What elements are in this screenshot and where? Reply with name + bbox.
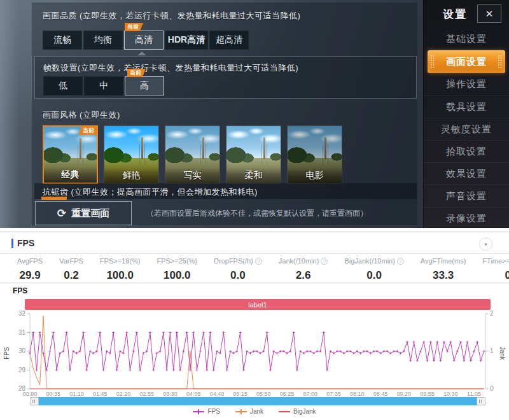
quality-option-balanced[interactable]: 均衡 (83, 31, 123, 50)
sidebar-item-effects[interactable]: 效果设置 (424, 162, 509, 185)
style-option-classic[interactable]: 当前 经典 (43, 125, 98, 184)
legend-marker-jank (235, 411, 247, 412)
sidebar-menu: 基础设置 画面设置 操作设置 载具设置 灵敏度设置 拾取设置 效果设置 声音设置… (424, 28, 509, 228)
svg-text:10:30: 10:30 (443, 391, 458, 397)
divider (0, 231, 509, 232)
svg-text:07:00: 07:00 (303, 391, 318, 397)
svg-text:07:35: 07:35 (326, 391, 341, 397)
sidebar-item-sensitivity[interactable]: 灵敏度设置 (424, 118, 509, 140)
stat-bigjank: BigJank(/10min)?0.0 (336, 257, 412, 282)
info-icon[interactable]: ? (321, 258, 328, 265)
legend-item-fps[interactable]: FPS (193, 408, 220, 415)
svg-text:1: 1 (490, 347, 494, 354)
svg-text:02:55: 02:55 (139, 391, 154, 397)
svg-text:01:45: 01:45 (93, 391, 108, 397)
quality-section-label: 画面品质 (立即生效，若运行卡顿、发热量和耗电量过大可适当降低) (43, 10, 300, 22)
sidebar-item-vehicle[interactable]: 载具设置 (424, 95, 509, 118)
settings-sidebar: 设置 ✕ 基础设置 画面设置 操作设置 载具设置 灵敏度设置 拾取设置 效果设置… (423, 0, 509, 228)
chart-legend: FPS Jank BigJank (0, 408, 509, 415)
current-tag-antialias-cropped (41, 197, 67, 200)
legend-marker-fps (193, 411, 204, 412)
sidebar-item-graphics[interactable]: 画面设置 (428, 50, 505, 73)
sidebar-item-basic[interactable]: 基础设置 (424, 28, 509, 50)
collapse-button[interactable]: ▾ (479, 237, 492, 251)
svg-text:31: 31 (18, 329, 26, 336)
style-options: 当前 经典 鲜艳 写实 柔和 电影 (43, 125, 342, 184)
settings-title: 设置 (443, 7, 467, 22)
svg-text:30: 30 (18, 347, 26, 354)
framerate-options: 低 中 高 (43, 76, 164, 95)
stat-varfps: VarFPS?0.2 (51, 257, 92, 282)
close-icon: ✕ (485, 8, 494, 20)
svg-text:01:10: 01:10 (69, 391, 84, 397)
svg-text:06:25: 06:25 (280, 391, 295, 397)
svg-text:00:00: 00:00 (23, 391, 38, 397)
svg-text:05:50: 05:50 (256, 391, 271, 397)
svg-text:09:55: 09:55 (420, 391, 435, 397)
sidebar-item-audio[interactable]: 声音设置 (424, 185, 509, 207)
svg-text:04:40: 04:40 (210, 391, 225, 397)
style-option-realistic[interactable]: 写实 (165, 125, 220, 184)
framerate-option-mid[interactable]: 中 (84, 76, 123, 95)
reset-icon: ⟳ (57, 207, 66, 220)
current-tag-framerate: 当前 (127, 69, 146, 77)
style-option-movie[interactable]: 电影 (287, 125, 342, 184)
stat-jank: Jank(/10min)?2.6 (270, 257, 337, 282)
sidebar-item-controls[interactable]: 操作设置 (424, 73, 509, 95)
stat-ftime100: FTime>=100ms(%)?0.0 (474, 257, 509, 282)
svg-text:0: 0 (490, 385, 494, 392)
svg-text:04:05: 04:05 (186, 391, 201, 397)
screen: 画面品质 (立即生效，若运行卡顿、发热量和耗电量过大可适当降低) 当前 流畅 均… (0, 0, 509, 420)
sidebar-header: 设置 ✕ (424, 0, 509, 28)
fps-panel-title: FPS (17, 238, 34, 248)
info-icon[interactable]: ? (397, 258, 404, 265)
framerate-section-label: 帧数设置(立即生效，若运行卡顿、发热量和耗电量过大可适当降低) (43, 62, 298, 74)
stat-fps18: FPS>=18(%)?100.0 (92, 257, 149, 282)
quality-option-ultra-hd[interactable]: 超高清 (209, 31, 249, 50)
framerate-option-low[interactable]: 低 (43, 76, 83, 95)
caret-up-icon (137, 52, 146, 55)
close-button[interactable]: ✕ (477, 4, 501, 23)
stat-dropfps: DropFPS(/h)?0.0 (206, 257, 270, 282)
style-option-label: 鲜艳 (104, 168, 158, 183)
stat-fps25: FPS>=25(%)?100.0 (148, 257, 206, 282)
style-section-label: 画面风格 (立即生效) (43, 109, 120, 121)
quality-option-smooth[interactable]: 流畅 (43, 31, 82, 50)
svg-text:05:15: 05:15 (233, 391, 248, 397)
style-option-label: 柔和 (227, 168, 281, 183)
svg-text:03:30: 03:30 (163, 391, 178, 397)
sidebar-item-pickup[interactable]: 拾取设置 (424, 140, 509, 162)
fps-panel: FPS ▾ AvgFPS?29.9 VarFPS?0.2 FPS>=18(%)?… (0, 228, 509, 420)
style-option-label: 写实 (165, 168, 220, 183)
style-option-vivid[interactable]: 鲜艳 (104, 125, 159, 184)
framerate-option-high[interactable]: 高 (125, 76, 164, 95)
svg-text:09:20: 09:20 (397, 391, 412, 397)
style-option-label: 经典 (44, 167, 97, 183)
svg-text:Jank: Jank (499, 346, 506, 360)
current-tag-quality: 当前 (125, 23, 143, 31)
legend-item-jank[interactable]: Jank (235, 408, 263, 415)
chevron-down-icon: ▾ (484, 241, 487, 248)
quality-options: 流畅 均衡 高清 HDR高清 超高清 (43, 31, 249, 50)
scrollbar-handle-right[interactable] (477, 397, 485, 405)
fps-chart: FPS label1 3231302928210FPSJank00:0000:3… (0, 283, 509, 420)
svg-text:29: 29 (18, 367, 26, 374)
reset-graphics-button[interactable]: ⟳ 重置画面 (35, 201, 132, 225)
svg-text:FPS: FPS (3, 347, 10, 360)
chart-scrollbar[interactable] (30, 397, 485, 405)
svg-text:08:45: 08:45 (373, 391, 388, 397)
accent-bar (11, 239, 13, 248)
stat-avgfps: AvgFPS?29.9 (9, 257, 51, 282)
quality-option-hd[interactable]: 高清 (124, 31, 164, 50)
stat-avgftime: AvgFTime(ms)?33.3 (412, 257, 475, 282)
reset-button-label: 重置画面 (71, 207, 109, 220)
style-option-soft[interactable]: 柔和 (226, 125, 281, 184)
quality-option-hdr-hd[interactable]: HDR高清 (165, 31, 208, 50)
chart-plot-area: 3231302928210FPSJank00:0000:3501:1001:45… (0, 309, 509, 398)
legend-item-bigjank[interactable]: BigJank (279, 408, 316, 415)
info-icon[interactable]: ? (255, 258, 262, 265)
scrollbar-handle-left[interactable] (30, 397, 39, 405)
sidebar-item-recording[interactable]: 录像设置 (424, 207, 509, 228)
style-option-label: 电影 (288, 168, 342, 183)
chart-title: FPS (13, 286, 27, 295)
